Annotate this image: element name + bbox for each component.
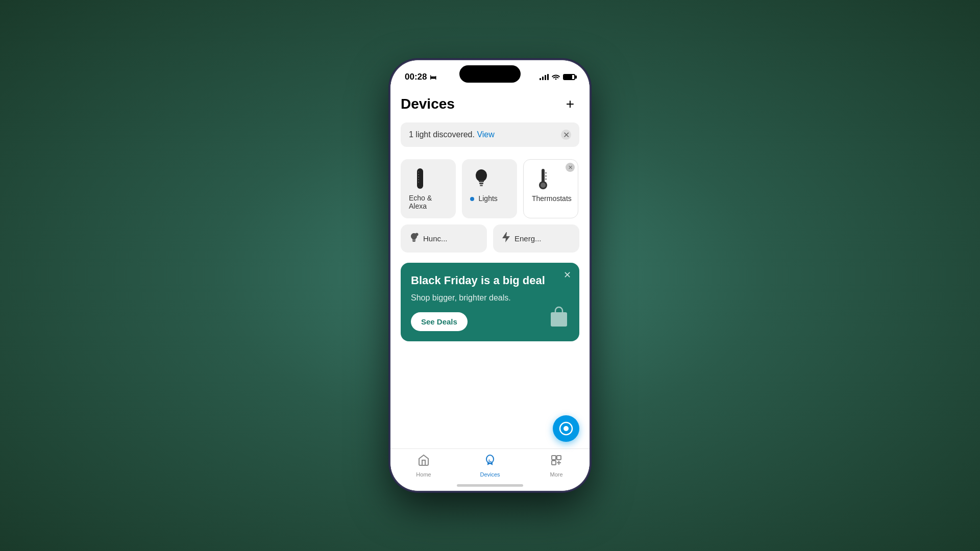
promo-subtitle: Shop bigger, brighter deals.: [411, 292, 569, 304]
nav-item-devices[interactable]: Devices: [457, 453, 523, 478]
svg-rect-10: [542, 169, 545, 183]
nav-item-home[interactable]: Home: [390, 453, 457, 478]
home-nav-icon: [418, 454, 430, 469]
svg-rect-5: [418, 182, 419, 183]
promo-banner: ✕ Black Friday is a big deal Shop bigger…: [401, 263, 579, 341]
phone-frame: 00:28 🛏: [390, 60, 590, 491]
promo-close-button[interactable]: ✕: [561, 269, 573, 281]
more-nav-label: More: [550, 471, 562, 478]
energy-icon: [501, 232, 510, 245]
svg-rect-7: [479, 181, 484, 182]
device-card-lights[interactable]: Lights: [462, 159, 517, 218]
promo-cta: See Deals: [411, 312, 468, 331]
notification-banner: 1 light discovered. View ✕: [401, 122, 579, 147]
alexa-ring-icon: [559, 421, 573, 436]
signal-icon: [540, 74, 549, 80]
thermostats-close-button[interactable]: ✕: [566, 163, 575, 172]
thermostat-device-icon: [535, 168, 551, 190]
wifi-icon: [552, 73, 560, 81]
svg-point-19: [564, 426, 569, 431]
device-card-echo[interactable]: Echo & Alexa: [401, 159, 456, 218]
alexa-fab-button[interactable]: [553, 415, 579, 442]
bed-icon: 🛏: [430, 73, 436, 81]
status-icons: [540, 73, 575, 81]
thermostats-label: Thermostats: [532, 194, 572, 203]
devices-nav-label: Devices: [480, 471, 500, 478]
promo-title: Black Friday is a big deal: [411, 274, 569, 287]
energy-button[interactable]: Energ...: [493, 224, 579, 253]
svg-rect-8: [479, 183, 483, 184]
add-device-button[interactable]: +: [561, 95, 579, 113]
echo-label: Echo & Alexa: [409, 194, 448, 210]
home-nav-label: Home: [416, 471, 431, 478]
lights-dot: Lights: [470, 194, 498, 203]
svg-rect-17: [551, 312, 567, 327]
svg-rect-3: [418, 177, 419, 178]
notification-content: 1 light discovered. View: [409, 130, 495, 139]
time-display: 00:28: [405, 72, 427, 82]
lights-status-dot: [470, 197, 474, 201]
battery-icon: [563, 74, 575, 80]
devices-nav-icon: [484, 454, 496, 469]
thermostats-icon-wrap: [532, 168, 554, 190]
app-content: Devices + 1 light discovered. View ✕: [390, 88, 590, 448]
notification-close-button[interactable]: ✕: [561, 130, 571, 140]
svg-point-16: [415, 233, 419, 236]
dynamic-island: [459, 65, 521, 83]
phone-screen: 00:28 🛏: [390, 60, 590, 491]
echo-device-icon: [411, 167, 429, 190]
svg-rect-23: [552, 456, 556, 460]
svg-rect-1: [418, 171, 419, 172]
notification-text: 1 light discovered.: [409, 130, 475, 139]
shopping-bag-icon: [549, 306, 569, 333]
hunches-label: Hunc...: [423, 234, 448, 243]
see-deals-button[interactable]: See Deals: [411, 312, 468, 331]
svg-rect-2: [418, 174, 419, 175]
svg-point-6: [476, 169, 487, 182]
svg-point-12: [541, 183, 546, 188]
app-header: Devices +: [390, 88, 590, 118]
device-grid: Echo & Alexa Lights: [390, 151, 590, 222]
page-title: Devices: [401, 96, 455, 112]
status-bar: 00:28 🛏: [390, 60, 590, 88]
lights-device-icon: [472, 167, 491, 190]
hunches-icon: [409, 232, 419, 245]
view-link[interactable]: View: [477, 130, 494, 139]
device-card-thermostats[interactable]: ✕ Thermostats: [523, 159, 578, 218]
status-time: 00:28 🛏: [405, 72, 436, 82]
svg-rect-9: [480, 185, 483, 186]
svg-rect-4: [418, 179, 419, 180]
hunches-button[interactable]: Hunc...: [401, 224, 487, 253]
svg-rect-24: [557, 456, 561, 460]
more-nav-icon: [550, 454, 562, 469]
plus-icon: +: [566, 97, 574, 111]
lights-icon-wrap: [470, 167, 493, 190]
nav-item-more[interactable]: More: [523, 453, 590, 478]
svg-rect-25: [552, 461, 556, 465]
svg-rect-0: [417, 168, 423, 189]
category-row: Hunc... Energ...: [390, 222, 590, 261]
energy-label: Energ...: [514, 234, 542, 243]
home-indicator: [457, 484, 523, 487]
echo-icon-wrap: [409, 167, 431, 190]
lights-label: Lights: [478, 194, 497, 203]
